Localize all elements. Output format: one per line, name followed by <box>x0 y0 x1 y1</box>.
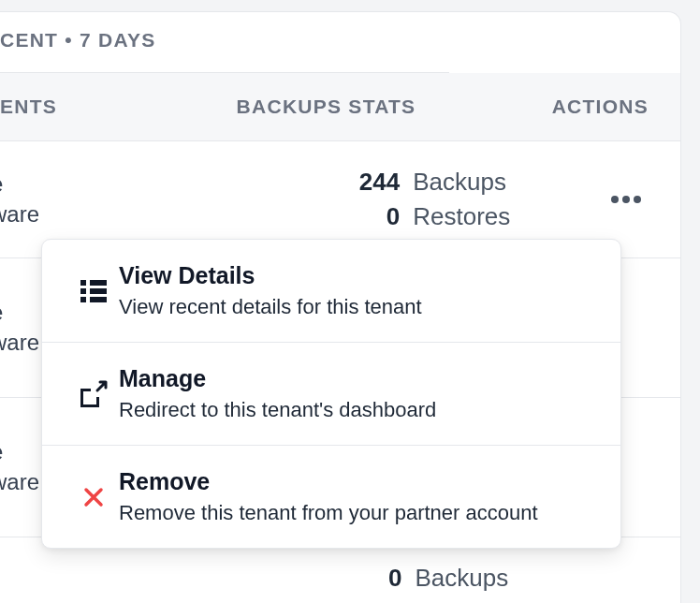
dropdown-item-title: Remove <box>119 468 594 495</box>
events-line1: e <box>0 171 141 198</box>
stats-cell: 244 Backups 0 Restores <box>141 168 510 231</box>
col-header-actions: ACTIONS <box>493 96 671 118</box>
columns-row: ENTS BACKUPS STATS ACTIONS <box>0 73 680 141</box>
col-header-stats: BACKUPS STATS <box>159 96 493 118</box>
events-cell: e ware <box>0 171 141 228</box>
more-actions-button[interactable] <box>604 188 649 211</box>
external-link-icon <box>68 381 119 407</box>
dropdown-item-remove[interactable]: Remove Remove this tenant from your part… <box>42 446 620 548</box>
dropdown-item-manage[interactable]: Manage Redirect to this tenant's dashboa… <box>42 343 620 446</box>
dropdown-item-desc: View recent details for this tenant <box>119 295 594 319</box>
stat-line: 0 Restores <box>141 202 510 231</box>
stat-value: 0 <box>143 564 415 593</box>
dropdown-item-view-details[interactable]: View Details View recent details for thi… <box>42 240 620 343</box>
stat-label: Backups <box>415 564 508 593</box>
stat-line: 0 Backups <box>143 564 508 593</box>
stat-value: 0 <box>141 202 413 231</box>
stat-label: Restores <box>413 202 510 231</box>
dropdown-item-desc: Remove this tenant from your partner acc… <box>119 501 594 525</box>
stat-label: Backups <box>413 168 506 197</box>
actions-dropdown: View Details View recent details for thi… <box>41 239 621 549</box>
dropdown-text: View Details View recent details for thi… <box>119 262 594 319</box>
close-icon <box>68 485 119 509</box>
actions-cell <box>510 188 671 211</box>
stats-cell: 0 Backups <box>143 564 508 593</box>
col-header-events: ENTS <box>0 96 159 118</box>
dropdown-item-desc: Redirect to this tenant's dashboard <box>119 398 594 422</box>
dropdown-text: Remove Remove this tenant from your part… <box>119 468 594 525</box>
dropdown-text: Manage Redirect to this tenant's dashboa… <box>119 365 594 422</box>
header-title: CENT • 7 DAYS <box>0 29 156 51</box>
header-bar: CENT • 7 DAYS <box>0 12 449 73</box>
stat-line: 244 Backups <box>141 168 510 197</box>
dropdown-item-title: View Details <box>119 262 594 289</box>
events-line2: ware <box>0 201 141 228</box>
dropdown-item-title: Manage <box>119 365 594 392</box>
list-icon <box>68 280 119 302</box>
stat-value: 244 <box>141 168 413 197</box>
